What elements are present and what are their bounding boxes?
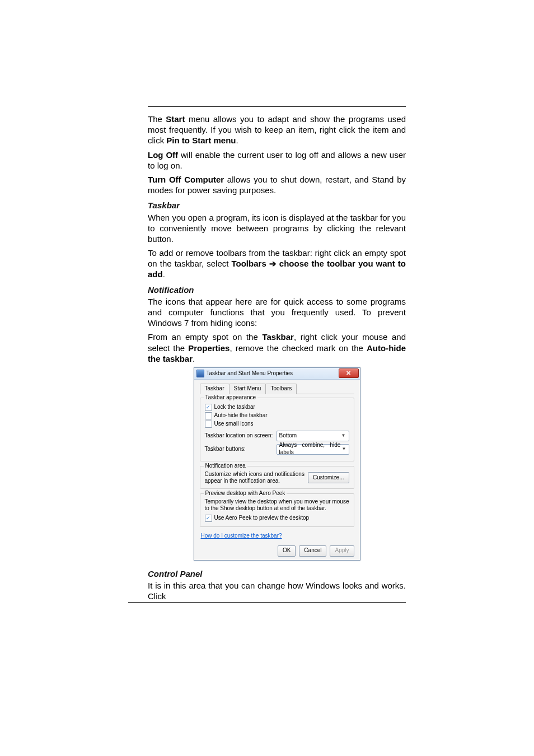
bold-turnoff: Turn Off Computer xyxy=(148,175,224,184)
paragraph-start-menu: The Start menu allows you to adapt and s… xyxy=(148,114,406,146)
bold-properties: Properties xyxy=(188,343,229,353)
heading-taskbar: Taskbar xyxy=(148,200,406,211)
help-link[interactable]: How do I customize the taskbar? xyxy=(201,533,282,540)
customize-button[interactable]: Customize... xyxy=(308,472,349,483)
group-notification-area: Notification area Customize which icons … xyxy=(200,466,354,489)
text: From an empty spot on the xyxy=(148,332,262,342)
window-icon xyxy=(196,370,204,377)
combo-taskbar-location[interactable]: Bottom ▼ xyxy=(277,431,349,441)
taskbar-properties-dialog: Taskbar and Start Menu Properties ✕ Task… xyxy=(194,367,360,561)
combo-taskbar-buttons[interactable]: Always combine, hide labels ▼ xyxy=(277,444,349,455)
checkbox-icon xyxy=(205,421,212,428)
close-button[interactable]: ✕ xyxy=(339,368,359,378)
checkbox-label: Use small icons xyxy=(214,421,254,428)
dialog-tabs: Taskbar Start Menu Toolbars xyxy=(200,383,354,394)
arrow-icon: ➔ xyxy=(269,259,277,268)
dialog-titlebar[interactable]: Taskbar and Start Menu Properties ✕ xyxy=(194,368,360,380)
ok-button[interactable]: OK xyxy=(278,545,296,557)
text: . xyxy=(193,354,195,363)
text-customize-notifications: Customize which icons and notifications … xyxy=(205,471,305,485)
bold-pin: Pin to Start menu xyxy=(166,136,236,145)
text: will enable the current user to log off … xyxy=(148,150,406,170)
text: . xyxy=(163,269,165,279)
group-aero-peek: Preview desktop with Aero Peek Temporari… xyxy=(200,493,354,527)
cancel-button[interactable]: Cancel xyxy=(299,545,326,557)
row-taskbar-buttons: Taskbar buttons: Always combine, hide la… xyxy=(205,444,349,455)
body-text: The Start menu allows you to adapt and s… xyxy=(148,114,406,601)
group-legend-appearance: Taskbar appearance xyxy=(204,394,258,402)
dialog-title: Taskbar and Start Menu Properties xyxy=(207,370,339,377)
dialog-body: Taskbar Start Menu Toolbars Taskbar appe… xyxy=(194,380,360,560)
top-rule xyxy=(148,106,406,107)
label-taskbar-location: Taskbar location on screen: xyxy=(205,432,277,440)
paragraph-taskbar-2: To add or remove toolbars from the taskb… xyxy=(148,248,406,280)
text: , remove the checked mark on the xyxy=(229,343,367,353)
chevron-down-icon: ▼ xyxy=(340,446,347,452)
checkbox-icon xyxy=(205,412,212,419)
bold-taskbar-word: Taskbar xyxy=(262,332,293,342)
bold-logoff: Log Off xyxy=(148,150,178,160)
paragraph-log-off: Log Off will enable the current user to … xyxy=(148,150,406,171)
text: . xyxy=(236,136,238,145)
combo-value: Always combine, hide labels xyxy=(279,442,341,456)
label-taskbar-buttons: Taskbar buttons: xyxy=(205,446,277,453)
tab-toolbars[interactable]: Toolbars xyxy=(265,384,297,394)
group-taskbar-appearance: Taskbar appearance ✓ Lock the taskbar Au… xyxy=(200,398,354,461)
close-icon: ✕ xyxy=(346,370,351,376)
chevron-down-icon: ▼ xyxy=(340,433,348,438)
checkbox-aero-peek[interactable]: ✓ Use Aero Peek to preview the desktop xyxy=(205,515,349,522)
paragraph-notification-2: From an empty spot on the Taskbar, right… xyxy=(148,332,406,364)
paragraph-taskbar-1: When you open a program, its icon is dis… xyxy=(148,212,406,245)
row-customize-notifications: Customize which icons and notifications … xyxy=(205,471,349,485)
checkbox-small-icons[interactable]: Use small icons xyxy=(205,421,349,428)
heading-control-panel: Control Panel xyxy=(148,568,406,579)
row-taskbar-location: Taskbar location on screen: Bottom ▼ xyxy=(205,431,349,441)
bold-start: Start xyxy=(166,114,185,124)
heading-notification: Notification xyxy=(148,284,406,295)
bottom-rule xyxy=(128,602,406,603)
tab-start-menu[interactable]: Start Menu xyxy=(229,384,266,394)
bold-toolbars: Toolbars xyxy=(232,259,269,268)
checkbox-label: Lock the taskbar xyxy=(214,404,255,411)
paragraph-notification-1: The icons that appear here are for quick… xyxy=(148,296,406,329)
paragraph-turn-off: Turn Off Computer allows you to shut dow… xyxy=(148,174,406,195)
tab-taskbar[interactable]: Taskbar xyxy=(200,384,229,394)
text-aero-desc: Temporarily view the desktop when you mo… xyxy=(205,498,349,512)
checkbox-label: Auto-hide the taskbar xyxy=(214,412,268,419)
combo-value: Bottom xyxy=(279,432,297,440)
group-legend-notification: Notification area xyxy=(204,463,247,470)
checkbox-lock-taskbar[interactable]: ✓ Lock the taskbar xyxy=(205,404,349,411)
checkbox-icon: ✓ xyxy=(205,515,212,522)
checkbox-icon: ✓ xyxy=(205,404,212,411)
text: The xyxy=(148,114,166,124)
paragraph-control-panel: It is in this area that you can change h… xyxy=(148,580,406,601)
checkbox-label: Use Aero Peek to preview the desktop xyxy=(214,515,310,522)
dialog-actions: OK Cancel Apply xyxy=(200,542,354,557)
apply-button[interactable]: Apply xyxy=(330,545,354,557)
checkbox-auto-hide[interactable]: Auto-hide the taskbar xyxy=(205,412,349,419)
group-legend-aero: Preview desktop with Aero Peek xyxy=(204,490,287,497)
document-page: The Start menu allows you to adapt and s… xyxy=(0,0,534,756)
